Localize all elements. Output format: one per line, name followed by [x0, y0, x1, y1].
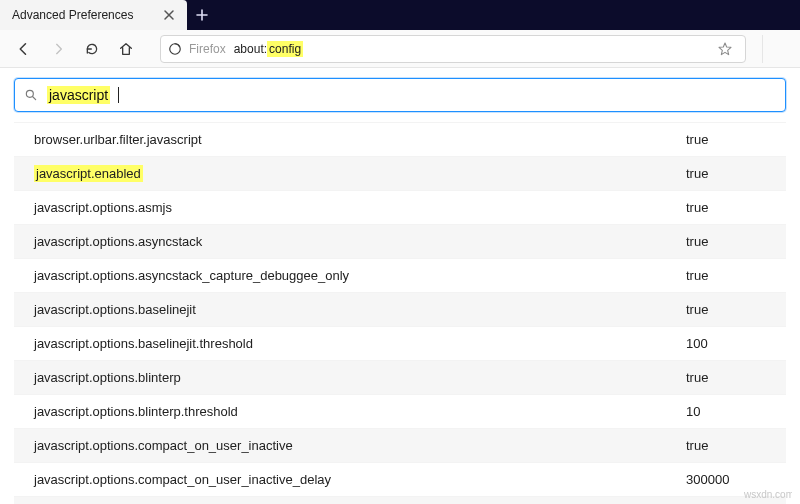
pref-value: true: [686, 166, 766, 181]
brand-label: Firefox: [189, 42, 226, 56]
pref-value: true: [686, 132, 766, 147]
url-page-highlight: config: [267, 41, 303, 57]
pref-row[interactable]: javascript.enabledtrue: [14, 156, 786, 190]
pref-name: browser.urlbar.filter.javascript: [34, 132, 656, 147]
pref-name: javascript.options.asyncstack: [34, 234, 656, 249]
pref-value: true: [686, 268, 766, 283]
pref-value: 10: [686, 404, 766, 419]
back-button[interactable]: [10, 35, 38, 63]
pref-value: 300000: [686, 472, 766, 487]
pref-row[interactable]: javascript.options.blinterptrue: [14, 360, 786, 394]
forward-button[interactable]: [44, 35, 72, 63]
pref-value: true: [686, 370, 766, 385]
toolbar-divider: [762, 35, 790, 63]
pref-row[interactable]: javascript.options.blinterp.threshold10: [14, 394, 786, 428]
pref-value: true: [686, 438, 766, 453]
pref-name: javascript.options.asyncstack_capture_de…: [34, 268, 656, 283]
reload-button[interactable]: [78, 35, 106, 63]
pref-name: javascript.options.baselinejit: [34, 302, 656, 317]
pref-results: browser.urlbar.filter.javascripttruejava…: [14, 122, 786, 504]
pref-row[interactable]: javascript.options.compact_on_user_inact…: [14, 462, 786, 496]
titlebar: Advanced Preferences: [0, 0, 800, 30]
pref-row[interactable]: javascript.options.baselinejit.threshold…: [14, 326, 786, 360]
text-caret: [118, 87, 119, 103]
pref-value: 100: [686, 336, 766, 351]
pref-row[interactable]: javascript.options.asyncstack_capture_de…: [14, 258, 786, 292]
search-term-highlight: javascript: [47, 86, 110, 104]
pref-name: javascript.enabled: [34, 166, 656, 181]
pref-row[interactable]: javascript.options.asyncstacktrue: [14, 224, 786, 258]
tab-title: Advanced Preferences: [12, 8, 133, 22]
pref-name: javascript.options.compact_on_user_inact…: [34, 438, 656, 453]
pref-row[interactable]: javascript.options.asmjstrue: [14, 190, 786, 224]
pref-value: true: [686, 302, 766, 317]
pref-row[interactable]: javascript.options.discardSystemSourcefa…: [14, 496, 786, 504]
pref-name: javascript.options.compact_on_user_inact…: [34, 472, 656, 487]
nav-toolbar: Firefox about:config: [0, 30, 800, 68]
pref-value: true: [686, 200, 766, 215]
home-button[interactable]: [112, 35, 140, 63]
pref-row[interactable]: javascript.options.compact_on_user_inact…: [14, 428, 786, 462]
search-icon: [23, 87, 39, 103]
pref-row[interactable]: javascript.options.baselinejittrue: [14, 292, 786, 326]
url-text: about:config: [234, 41, 303, 56]
aboutconfig-content: javascript browser.urlbar.filter.javascr…: [0, 68, 800, 504]
close-icon[interactable]: [161, 7, 177, 23]
pref-value: true: [686, 234, 766, 249]
watermark: wsxdn.com: [744, 489, 794, 500]
pref-name: javascript.options.asmjs: [34, 200, 656, 215]
pref-name: javascript.options.baselinejit.threshold: [34, 336, 656, 351]
pref-name: javascript.options.blinterp: [34, 370, 656, 385]
svg-point-1: [26, 90, 33, 97]
bookmark-star-icon[interactable]: [711, 35, 739, 63]
pref-name: javascript.options.blinterp.threshold: [34, 404, 656, 419]
pref-search-input[interactable]: javascript: [14, 78, 786, 112]
new-tab-button[interactable]: [187, 0, 217, 30]
browser-tab[interactable]: Advanced Preferences: [0, 0, 187, 30]
right-crop-edge: [792, 68, 800, 504]
address-bar[interactable]: Firefox about:config: [160, 35, 746, 63]
url-prefix: about:: [234, 42, 267, 56]
pref-row[interactable]: browser.urlbar.filter.javascripttrue: [14, 122, 786, 156]
firefox-logo-icon: [167, 41, 183, 57]
